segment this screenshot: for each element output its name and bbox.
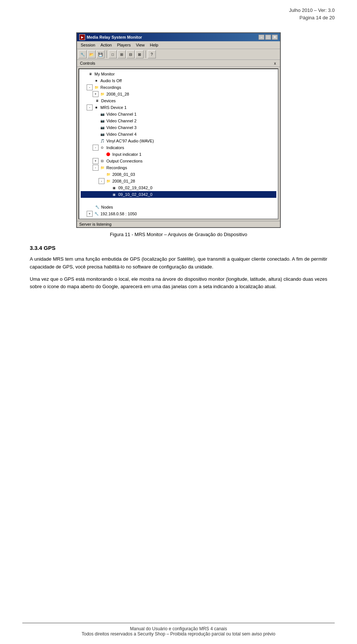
tree-item-recording-1[interactable]: ▦ 09_02_19_0342_0 — [81, 184, 276, 191]
toolbar-btn-2[interactable]: 📂 — [87, 50, 96, 58]
content-area: ▶ Media Relay System Monitor – □ ✕ Sessi… — [0, 25, 357, 303]
node-icon: 🔧 — [94, 204, 100, 210]
tree-item-nodes[interactable]: 🔧 Nodes — [81, 204, 276, 210]
header-line2: Página 14 de 20 — [0, 14, 335, 22]
placeholder — [81, 71, 87, 77]
menu-players[interactable]: Players — [115, 42, 133, 48]
toolbar-separator-1 — [106, 51, 107, 58]
output-icon: ⊟ — [99, 158, 105, 164]
tree-label: 2008_01_28 — [106, 92, 129, 96]
status-text: Server is listening — [79, 222, 112, 226]
tree-label: MRS Device 1 — [100, 105, 126, 110]
window-title: Media Relay System Monitor — [87, 35, 142, 39]
tree-item-2008-01-03[interactable]: 📁 2008_01_03 — [81, 171, 276, 178]
placeholder — [104, 191, 110, 197]
tree-label: Output Connections — [106, 159, 142, 163]
controls-panel: Controls x 🖥 My Monitor ■ Audio Is Off — [77, 60, 280, 219]
tree-item-audio-wave[interactable]: 🎵 Vinyl AC'97 Audio (WAVE) — [81, 138, 276, 144]
toolbar-btn-8[interactable]: ? — [148, 50, 156, 58]
toolbar-btn-3[interactable]: 💾 — [96, 50, 104, 58]
placeholder — [93, 131, 99, 137]
body-paragraph-1: A unidade MRS tem uma função embutida de… — [30, 255, 327, 271]
toolbar-btn-7[interactable]: ⊠ — [135, 50, 144, 58]
section-heading: 3.3.4 GPS — [30, 245, 327, 251]
placeholder — [93, 125, 99, 131]
tree-item-2008-01-28-a[interactable]: + 📁 2008_01_28 — [81, 91, 276, 97]
recording-file-icon-selected: ▦ — [111, 191, 117, 197]
controls-label: Controls — [80, 61, 95, 65]
tree-label: Devices — [101, 99, 116, 103]
expander-output[interactable]: + — [93, 158, 99, 164]
audio-icon: ■ — [93, 78, 99, 84]
tree-item-video-ch1[interactable]: 📷 Video Channel 1 — [81, 111, 276, 117]
placeholder — [93, 138, 99, 144]
header-line1: Julho 2010 – Ver: 3.0 — [0, 7, 335, 14]
expander-mrs-device[interactable]: - — [87, 104, 93, 110]
expander-recordings-1[interactable]: - — [87, 84, 93, 90]
minimize-button[interactable]: – — [258, 35, 264, 40]
menu-view[interactable]: View — [134, 42, 147, 48]
tree-label: My Monitor — [94, 72, 115, 76]
menu-action[interactable]: Action — [98, 42, 114, 48]
tree-item-indicators[interactable]: - ⊙ Indicators — [81, 144, 276, 151]
status-bar: Server is listening — [77, 221, 280, 227]
tree-item-video-ch2[interactable]: 📷 Video Channel 2 — [81, 117, 276, 124]
device-icon: ■ — [93, 104, 99, 110]
device-icon: 🖥 — [94, 98, 100, 104]
page-header: Julho 2010 – Ver: 3.0 Página 14 de 20 — [0, 0, 357, 25]
tree-label: Audio Is Off — [100, 78, 122, 83]
tree-item-input-indicator[interactable]: Input indicator 1 — [81, 151, 276, 158]
close-button[interactable]: ✕ — [272, 35, 278, 40]
tree-label: 09_02_19_0342_0 — [118, 186, 152, 190]
tree-view: 🖥 My Monitor ■ Audio Is Off - 📁 Recordin… — [78, 68, 279, 219]
tree-item-video-ch3[interactable]: 📷 Video Channel 3 — [81, 124, 276, 131]
figure-caption: Figura 11 - MRS Monitor – Arquivos de Gr… — [76, 232, 281, 237]
title-bar: ▶ Media Relay System Monitor – □ ✕ — [77, 33, 280, 41]
placeholder — [99, 171, 104, 177]
tree-item-mrs-device-1[interactable]: - ■ MRS Device 1 — [81, 104, 276, 111]
menu-session[interactable]: Session — [78, 42, 97, 48]
toolbar-btn-5[interactable]: ⊞ — [118, 50, 126, 58]
body-paragraph-2: Uma vez que o GPS está monitorando o loc… — [30, 276, 327, 291]
folder-icon: 📁 — [105, 171, 111, 177]
maximize-button[interactable]: □ — [265, 35, 271, 40]
indicator-red-icon — [105, 151, 111, 157]
menu-help[interactable]: Help — [148, 42, 161, 48]
tree-item-node-ip[interactable]: + 🔧 192.168.0.58 : 1050 — [81, 210, 276, 217]
footer-line2: Todos direitos reservados a Security Sho… — [22, 631, 335, 637]
expander-recordings-2[interactable]: - — [93, 165, 99, 171]
tree-item-recording-2[interactable]: ▦ 09_10_02_0342_0 — [81, 191, 276, 198]
controls-close-button[interactable]: x — [273, 61, 277, 65]
camera-icon: 📷 — [99, 118, 105, 124]
expander-node-ip[interactable]: + — [87, 211, 93, 217]
toolbar-btn-4[interactable]: □ — [109, 50, 117, 58]
tree-item-my-monitor[interactable]: 🖥 My Monitor — [81, 71, 276, 77]
footer-line1: Manual do Usuário e configuração MRS 4 c… — [22, 626, 335, 631]
camera-icon: 📷 — [99, 125, 105, 131]
folder-icon: 📁 — [105, 178, 111, 184]
tree-item-2008-01-28-b[interactable]: - 📁 2008_01_28 — [81, 178, 276, 184]
title-bar-left: ▶ Media Relay System Monitor — [79, 34, 142, 40]
tree-item-audio-off[interactable]: ■ Audio Is Off — [81, 77, 276, 84]
expander-indicators[interactable]: - — [93, 145, 99, 151]
tree-label: Video Channel 1 — [106, 112, 136, 116]
tree-label: 192.168.0.58 : 1050 — [100, 212, 137, 216]
controls-header: Controls x — [77, 60, 280, 67]
tree-label: Recordings — [100, 85, 121, 90]
tree-item-devices[interactable]: 🖥 Devices — [81, 97, 276, 104]
expander-2008-01-28-b[interactable]: - — [99, 178, 104, 184]
monitor-icon: 🖥 — [87, 71, 93, 77]
placeholder — [99, 151, 104, 157]
placeholder — [81, 204, 87, 210]
camera-icon: 📷 — [99, 131, 105, 137]
toolbar-btn-1[interactable]: 🔧 — [78, 50, 87, 58]
tree-item-output-connections[interactable]: + ⊟ Output Connections — [81, 158, 276, 164]
toolbar-btn-6[interactable]: ⊟ — [126, 50, 135, 58]
tree-item-video-ch4[interactable]: 📷 Video Channel 4 — [81, 131, 276, 138]
expander-2008-01-28-a[interactable]: + — [93, 91, 99, 97]
tree-item-recordings-1[interactable]: - 📁 Recordings — [81, 84, 276, 91]
indicators-icon: ⊙ — [99, 145, 105, 151]
page-footer: Manual do Usuário e configuração MRS 4 c… — [22, 623, 335, 637]
tree-label: Video Channel 2 — [106, 119, 136, 123]
tree-item-recordings-2[interactable]: - 📁 Recordings — [81, 164, 276, 171]
